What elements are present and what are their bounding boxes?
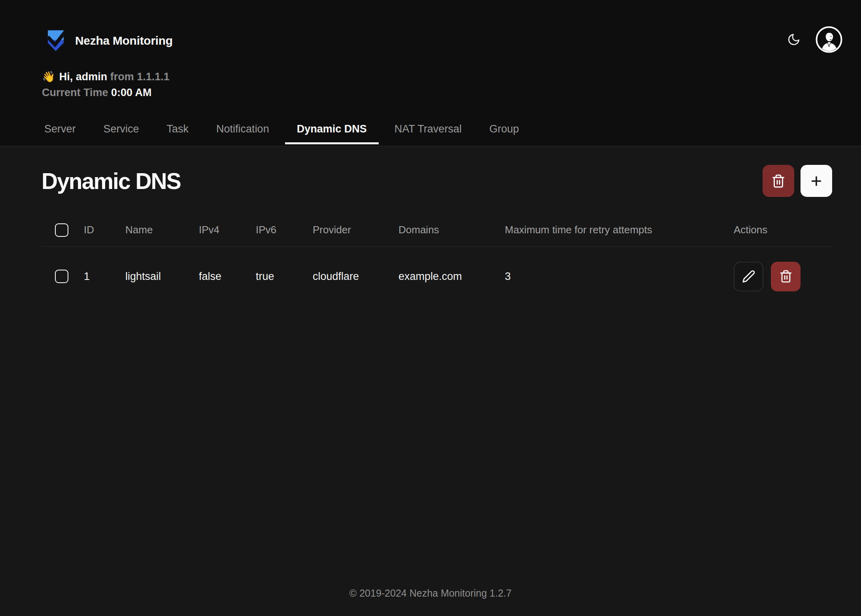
moon-icon [787,33,801,46]
tab-server[interactable]: Server [32,123,88,144]
col-header-ipv4: IPv4 [199,224,256,236]
greeting-line-1: 👋Hi, admin from 1.1.1.1 [42,69,170,85]
brand[interactable]: Nezha Monitoring [44,28,173,53]
nezha-logo-icon [44,28,67,53]
col-header-retry: Maximum time for retry attempts [505,224,734,236]
row-cell-id: 1 [84,270,125,283]
table-header-row: ID Name IPv4 IPv6 Provider Domains Maxim… [42,214,832,247]
col-header-provider: Provider [313,224,398,236]
row-cell-retry: 3 [505,270,734,283]
delete-record-button[interactable] [771,262,801,291]
greeting-line-2: Current Time 0:00 AM [42,85,170,100]
current-time-label: Current Time [42,87,108,98]
current-time-value: 0:00 AM [111,87,152,98]
site-header: Nezha Monitoring [0,0,861,146]
row-select-checkbox[interactable] [55,270,68,283]
greeting-from-ip: from 1.1.1.1 [110,71,170,83]
delete-selected-button[interactable] [763,165,794,197]
header-actions [787,26,842,53]
page-actions [763,165,832,197]
page-title: Dynamic DNS [42,168,181,194]
tab-service[interactable]: Service [92,123,151,144]
main-nav-tabs: Server Service Task Notification Dynamic… [32,123,531,144]
edit-record-button[interactable] [734,262,763,291]
user-avatar[interactable] [816,26,842,53]
row-cell-provider: cloudflare [313,270,398,283]
greeting-hello: Hi, admin [59,71,108,83]
row-cell-ipv4: false [199,270,256,283]
trash-icon [771,174,785,188]
tab-nat-traversal[interactable]: NAT Traversal [383,123,474,144]
tab-task[interactable]: Task [155,123,201,144]
col-header-domains: Domains [398,224,505,236]
col-header-name: Name [125,224,199,236]
row-actions [734,262,832,291]
pencil-icon [742,270,755,283]
select-all-checkbox[interactable] [55,223,68,237]
add-record-button[interactable] [801,165,832,197]
tab-dynamic-dns[interactable]: Dynamic DNS [285,123,379,144]
main-content: Dynamic DNS [0,147,861,306]
theme-toggle-button[interactable] [787,33,801,46]
plus-icon [809,174,823,188]
table-row: 1 lightsail false true cloudflare exampl… [42,247,832,306]
avatar-illustration-icon [816,26,842,53]
tab-notification[interactable]: Notification [204,123,281,144]
col-header-actions: Actions [734,224,832,236]
wave-emoji: 👋 [42,71,55,83]
trash-icon [779,270,793,283]
brand-title: Nezha Monitoring [75,34,173,47]
tab-group[interactable]: Group [478,123,531,144]
ddns-table: ID Name IPv4 IPv6 Provider Domains Maxim… [42,214,832,306]
col-header-ipv6: IPv6 [256,224,313,236]
greeting: 👋Hi, admin from 1.1.1.1 Current Time 0:0… [42,69,170,100]
row-cell-domains: example.com [398,270,505,283]
row-cell-name: lightsail [125,270,199,283]
nezha-dashboard: Nezha Monitoring [0,0,861,616]
col-header-id: ID [84,224,125,236]
row-cell-ipv6: true [256,270,313,283]
footer-copyright: © 2019-2024 Nezha Monitoring 1.2.7 [0,588,861,599]
page-head: Dynamic DNS [42,165,832,197]
